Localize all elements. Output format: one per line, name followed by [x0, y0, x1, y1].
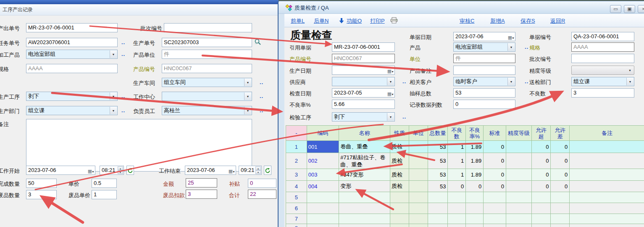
cell-r8c9[interactable]	[506, 224, 531, 227]
scrap-qty-field[interactable]: 3	[26, 190, 57, 199]
cell-r2c2[interactable]: #717粘贴位子、卷曲、重叠	[339, 153, 390, 169]
cell-r1c0[interactable]: 1	[286, 141, 307, 153]
chevron-down-icon[interactable]: ▼	[110, 107, 117, 114]
cell-r6c10[interactable]	[531, 203, 551, 214]
calendar-icon[interactable]: ▦▼	[88, 167, 94, 175]
chevron-down-icon[interactable]: ▼	[626, 78, 633, 85]
cell-r2c4[interactable]	[409, 153, 428, 169]
cell-r3c2[interactable]: #347变形	[339, 169, 390, 181]
col-header-0[interactable]: -	[286, 126, 307, 141]
cell-r1c3[interactable]: 质检	[390, 141, 409, 153]
chevron-down-icon[interactable]: ▼	[387, 113, 394, 121]
cell-r4c2[interactable]: 变形	[339, 181, 390, 192]
calendar-icon[interactable]: ▦▼	[387, 90, 394, 98]
ref-doc-field[interactable]: MR-23-07-06-0001	[332, 42, 395, 52]
cell-r6c7[interactable]	[466, 203, 484, 214]
doc-date-field[interactable]: 2023-07-06 ▦▼	[453, 32, 515, 41]
cell-r2c12[interactable]	[570, 153, 644, 169]
col-header-1[interactable]: 编码	[307, 126, 339, 141]
qa-window-titlebar[interactable]: 质量检查 / QA ▭ ▣ ×	[279, 1, 644, 14]
col-header-8[interactable]: 标准	[484, 126, 506, 141]
audit-button[interactable]: 审核C	[460, 17, 474, 25]
record-cols-field[interactable]: 0	[453, 100, 515, 109]
cell-r5c9[interactable]	[506, 192, 531, 203]
cell-r2c10[interactable]: 0	[531, 153, 551, 169]
cell-r1c2[interactable]: 卷曲、重叠	[339, 141, 390, 153]
cell-r3c12[interactable]	[570, 169, 644, 181]
cell-r8c10[interactable]	[531, 224, 551, 227]
cell-r5c5[interactable]	[428, 192, 448, 203]
prev-doc-button[interactable]: 前单L	[291, 17, 305, 25]
col-header-12[interactable]: 备注	[570, 126, 644, 141]
work-center-lookup-button[interactable]: ..	[260, 93, 263, 99]
defect-rate-field[interactable]: 5.66	[332, 100, 395, 109]
chevron-down-icon[interactable]: ▼	[110, 92, 117, 100]
cell-r6c3[interactable]	[390, 203, 409, 214]
cell-r2c0[interactable]: 2	[286, 153, 307, 169]
cell-r5c10[interactable]	[531, 192, 551, 203]
cell-r8c11[interactable]	[551, 224, 570, 227]
cell-r1c11[interactable]: 0	[551, 141, 570, 153]
minimize-button[interactable]: ▭	[610, 5, 621, 13]
prod-date-field[interactable]: ▦▼	[332, 66, 395, 75]
time-spinner[interactable]: ▲▼	[118, 166, 123, 174]
print-button[interactable]: 打印P	[370, 17, 385, 25]
cell-r4c3[interactable]: 质检	[390, 181, 409, 192]
chevron-down-icon[interactable]: ▼	[110, 50, 117, 58]
cell-r5c1[interactable]	[307, 192, 339, 203]
process-dropdown[interactable]: 剥下 ▼	[26, 92, 118, 101]
cell-r3c1[interactable]: 003	[307, 169, 339, 181]
cell-r6c4[interactable]	[409, 203, 428, 214]
chevron-down-icon[interactable]: ▼	[507, 78, 515, 85]
cell-r3c9[interactable]	[506, 169, 531, 181]
task-no-field[interactable]: AW20230706001	[26, 38, 118, 47]
chevron-down-icon[interactable]: ▼	[507, 43, 515, 51]
cell-r4c6[interactable]: 0	[448, 181, 466, 192]
batch-no-field[interactable]	[571, 54, 634, 63]
cell-r1c4[interactable]	[409, 141, 428, 153]
work-end-date[interactable]: 2023-07-06 ▦▼	[185, 166, 236, 175]
doc-no-field[interactable]: QA-23-07-06-0001	[571, 32, 634, 41]
cell-r3c7[interactable]: 1.89	[466, 169, 484, 181]
refresh-start-button[interactable]	[126, 166, 134, 175]
refresh-end-button[interactable]	[264, 166, 271, 175]
cell-r3c11[interactable]: 0	[551, 169, 570, 181]
customer-dropdown[interactable]: 临时客户 ▼	[453, 77, 515, 86]
cell-r5c4[interactable]	[409, 192, 428, 203]
col-header-9[interactable]: 精度等级	[506, 126, 531, 141]
cell-r4c4[interactable]	[409, 181, 428, 192]
work-center-dropdown[interactable]: ▼	[162, 92, 252, 101]
cell-r3c3[interactable]: 质检	[390, 169, 409, 181]
cell-r7c0[interactable]: 7	[286, 214, 307, 224]
defect-count-field[interactable]: 3	[571, 88, 634, 98]
cell-r8c0[interactable]: 8	[286, 224, 307, 227]
cell-r8c2[interactable]	[339, 224, 390, 227]
customer-lookup-button[interactable]: ..	[525, 78, 528, 84]
dept-lookup-button[interactable]: ..	[121, 107, 125, 114]
chevron-down-icon[interactable]: ▼	[244, 79, 251, 86]
sample-total-field[interactable]: 53	[453, 88, 515, 98]
next-doc-button[interactable]: 后单N	[314, 17, 329, 25]
cell-r6c2[interactable]	[339, 203, 390, 214]
cell-r8c1[interactable]	[307, 224, 339, 227]
cell-r1c7[interactable]: 1.89	[466, 141, 484, 153]
cell-r3c0[interactable]: 3	[286, 169, 307, 181]
cell-r7c3[interactable]	[390, 214, 409, 224]
col-header-10[interactable]: 允许超	[531, 126, 551, 141]
cell-r4c11[interactable]: 0	[551, 181, 570, 192]
cell-r5c3[interactable]	[390, 192, 409, 203]
batch-no-field[interactable]	[164, 23, 252, 32]
cell-r2c7[interactable]: 1.89	[466, 153, 484, 169]
search-icon[interactable]	[254, 38, 261, 47]
subsidy-field[interactable]: 0	[248, 179, 276, 188]
cell-r8c5[interactable]	[428, 224, 448, 227]
employee-lookup-button[interactable]: ..	[260, 107, 263, 114]
cell-r1c5[interactable]: 53	[428, 141, 448, 153]
time-spinner[interactable]: ▲▼	[255, 166, 261, 174]
cell-r6c9[interactable]	[506, 203, 531, 214]
cell-r3c8[interactable]: 0	[484, 169, 506, 181]
cell-r7c4[interactable]	[409, 214, 428, 224]
cell-r5c11[interactable]	[551, 192, 570, 203]
maximize-button[interactable]: ▣	[624, 5, 635, 13]
cell-r4c12[interactable]	[570, 181, 644, 192]
